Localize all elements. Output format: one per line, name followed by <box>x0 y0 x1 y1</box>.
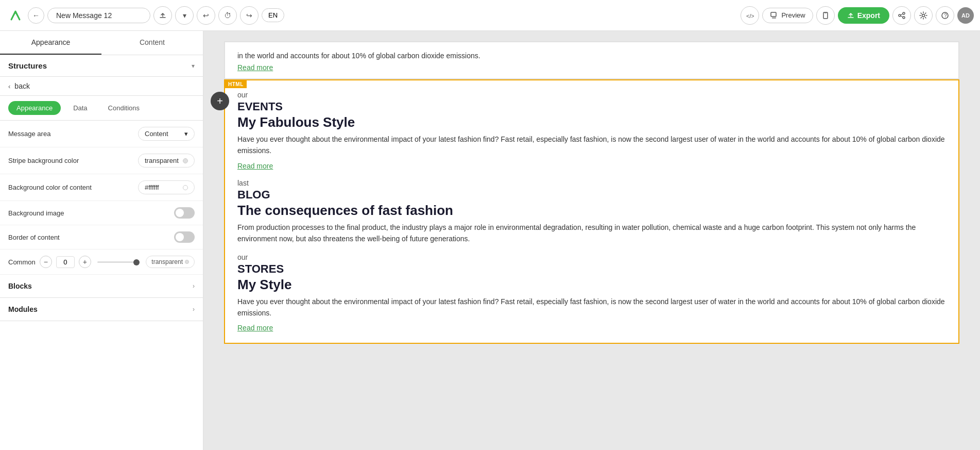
blocks-chevron-icon: › <box>193 282 195 290</box>
stripe-bg-color-dot <box>183 158 188 163</box>
tab-appearance[interactable]: Appearance <box>0 31 101 55</box>
section1-read-more-link[interactable]: Read more <box>237 162 273 170</box>
blocks-row[interactable]: Blocks › <box>0 275 203 298</box>
border-content-label: Border of content <box>8 234 60 241</box>
sub-tab-data[interactable]: Data <box>65 101 95 115</box>
bg-content-value: #ffffff <box>145 184 159 191</box>
settings-button[interactable] <box>914 6 933 25</box>
back-button[interactable]: ← <box>28 7 44 24</box>
stripe-bg-row: Stripe background color transparent <box>0 147 203 174</box>
bg-image-toggle[interactable] <box>174 207 195 219</box>
message-area-value: Content <box>145 130 168 138</box>
common-label: Common <box>8 258 36 266</box>
email-main-block: HTML our EVENTS My Fabulous Style Have y… <box>224 79 959 344</box>
add-block-button[interactable]: + <box>211 92 229 110</box>
svg-text:?: ? <box>944 13 947 19</box>
modules-chevron-icon: › <box>193 306 195 313</box>
redo-button[interactable]: ↪ <box>240 6 259 25</box>
svg-point-5 <box>899 14 901 16</box>
export-label: Export <box>857 11 880 20</box>
email-block-top: in the world and accounts for about 10% … <box>224 41 959 79</box>
top-text: in the world and accounts for about 10% … <box>237 51 946 61</box>
preview-button[interactable]: Preview <box>762 8 813 23</box>
bg-image-label: Background image <box>8 209 64 217</box>
section2-title: BLOG <box>237 188 946 202</box>
section3-title: STORES <box>237 262 946 276</box>
toolbar: ← ▾ ↩ ⏱ ↪ EN </> Preview Export ? AD <box>0 0 980 31</box>
svg-point-7 <box>922 14 925 16</box>
language-selector[interactable]: EN <box>262 8 284 22</box>
stepper-slider[interactable] <box>97 261 140 263</box>
message-area-dropdown[interactable]: Content ▾ <box>138 127 195 141</box>
stripe-bg-input[interactable]: transparent <box>138 154 195 168</box>
sub-tab-conditions[interactable]: Conditions <box>100 101 148 115</box>
section1-subtitle: our <box>237 91 946 99</box>
top-read-more-link[interactable]: Read more <box>237 63 273 72</box>
common-row: Common − + transparent <box>0 249 203 275</box>
svg-rect-1 <box>771 12 776 16</box>
structures-row: Structures ▾ <box>0 55 203 77</box>
help-button[interactable]: ? <box>936 6 954 25</box>
section3-body: Have you ever thought about the environm… <box>237 296 946 319</box>
sub-tab-appearance[interactable]: Appearance <box>8 101 61 115</box>
content-wrapper: in the world and accounts for about 10% … <box>203 31 980 354</box>
svg-rect-2 <box>772 18 776 19</box>
history-button[interactable]: ⏱ <box>218 6 237 25</box>
bg-content-input[interactable]: #ffffff <box>138 180 195 194</box>
section1-body: Have you ever thought about the environm… <box>237 134 946 157</box>
tab-content[interactable]: Content <box>101 31 203 55</box>
bg-content-color-dot <box>183 185 188 190</box>
share-button[interactable] <box>892 6 911 25</box>
stepper-dropdown[interactable]: transparent <box>146 256 195 268</box>
bg-content-row: Background color of content #ffffff <box>0 174 203 201</box>
stepper-dropdown-dot <box>185 260 189 264</box>
stripe-bg-label: Stripe background color <box>8 157 79 164</box>
border-content-row: Border of content <box>0 225 203 249</box>
clipboard-button[interactable] <box>816 6 835 25</box>
preview-label: Preview <box>781 11 805 19</box>
title-input[interactable] <box>47 8 150 23</box>
code-button[interactable]: </> <box>741 6 759 25</box>
section1-heading: My Fabulous Style <box>237 114 946 130</box>
structures-label: Structures <box>8 61 47 70</box>
sub-tabs: Appearance Data Conditions <box>0 96 203 121</box>
stepper-minus-button[interactable]: − <box>40 256 52 268</box>
blocks-label: Blocks <box>8 282 32 290</box>
upload-button[interactable] <box>153 6 172 25</box>
svg-point-4 <box>903 12 905 14</box>
message-area-label: Message area <box>8 130 50 138</box>
back-label: back <box>14 82 30 90</box>
section3-subtitle: our <box>237 253 946 261</box>
avatar: AD <box>957 7 974 24</box>
section3-heading: My Style <box>237 277 946 293</box>
message-area-row: Message area Content ▾ <box>0 121 203 147</box>
back-row[interactable]: ‹ back <box>0 77 203 96</box>
border-content-toggle[interactable] <box>174 231 195 243</box>
bg-image-row: Background image <box>0 201 203 225</box>
html-badge: HTML <box>225 80 247 88</box>
left-panel: Appearance Content Structures ▾ ‹ back A… <box>0 31 203 450</box>
svg-point-6 <box>903 16 905 19</box>
back-arrow-icon: ‹ <box>8 82 10 90</box>
export-button[interactable]: Export <box>838 7 889 24</box>
right-content: + in the world and accounts for about 10… <box>203 31 980 450</box>
undo-button[interactable]: ↩ <box>197 6 215 25</box>
modules-row[interactable]: Modules › <box>0 298 203 321</box>
message-area-chevron-icon: ▾ <box>184 130 188 138</box>
dropdown-button[interactable]: ▾ <box>175 6 194 25</box>
section2-body: From production processes to the final p… <box>237 222 946 245</box>
modules-label: Modules <box>8 305 38 313</box>
stepper-plus-button[interactable]: + <box>79 256 91 268</box>
bg-content-label: Background color of content <box>8 184 92 191</box>
stripe-bg-value: transparent <box>145 157 179 164</box>
structures-chevron-icon[interactable]: ▾ <box>192 62 195 70</box>
main-layout: Appearance Content Structures ▾ ‹ back A… <box>0 31 980 450</box>
section2-subtitle: last <box>237 179 946 187</box>
section3-read-more-link[interactable]: Read more <box>237 324 273 332</box>
logo <box>6 6 25 25</box>
settings-list: Message area Content ▾ Stripe background… <box>0 121 203 450</box>
svg-text:</>: </> <box>746 13 754 19</box>
panel-top-tabs: Appearance Content <box>0 31 203 55</box>
stepper-value-input[interactable] <box>56 256 75 268</box>
stepper-color-value: transparent <box>151 258 183 265</box>
